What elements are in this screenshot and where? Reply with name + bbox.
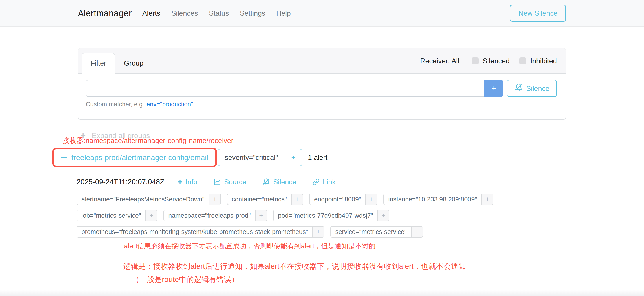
add-matcher-button[interactable]: +	[484, 80, 503, 97]
bell-slash-icon	[514, 83, 523, 94]
label-add-button[interactable]: +	[312, 226, 324, 237]
info-plus-icon: +	[178, 178, 182, 186]
annotation-red-box: freeleaps-prod/alertmanager-config/email	[52, 148, 217, 167]
link-icon	[312, 178, 320, 186]
label-tag[interactable]: prometheus="freeleaps-monitoring-system/…	[76, 226, 324, 238]
silenced-label: Silenced	[482, 57, 510, 65]
label-tag[interactable]: instance="10.233.98.209:8009"+	[383, 194, 493, 205]
group-matcher-add-button[interactable]: +	[284, 149, 302, 166]
label-add-button[interactable]: +	[146, 210, 157, 221]
filter-options: Receiver: All Silenced Inhibited	[420, 57, 557, 65]
collapse-minus-icon	[61, 157, 67, 158]
silence-filter-button[interactable]: Silence	[507, 80, 557, 97]
source-label: Source	[224, 178, 246, 186]
label-add-button[interactable]: +	[482, 194, 493, 204]
app-brand[interactable]: Alertmanager	[78, 8, 132, 18]
label-text: alertname="FreeleapsMetricsServiceDown"	[77, 194, 209, 204]
receiver-group-button[interactable]: freeleaps-prod/alertmanager-config/email	[56, 151, 214, 164]
receiver-group-name: freeleaps-prod/alertmanager-config/email	[72, 153, 208, 162]
matcher-input-group: +	[86, 80, 503, 97]
label-add-button[interactable]: +	[291, 194, 303, 204]
group-alert-count: 1 alert	[308, 154, 328, 162]
label-text: namespace="freeleaps-prod"	[164, 210, 255, 221]
nav-item-silences[interactable]: Silences	[171, 9, 198, 17]
filter-card: Filter Group Receiver: All Silenced Inhi…	[78, 48, 566, 120]
chart-line-icon	[214, 178, 221, 186]
alert-link-link[interactable]: Link	[312, 178, 336, 186]
silenced-checkbox[interactable]	[472, 58, 478, 64]
label-text: job="metrics-service"	[77, 210, 146, 221]
silence-label: Silence	[273, 178, 296, 186]
alert-silence-link[interactable]: Silence	[262, 178, 296, 186]
logic-note-line2: （一般是route中的逻辑有错误）	[132, 274, 466, 284]
matcher-hint: Custom matcher, e.g.env="production"	[86, 101, 557, 108]
label-text: service="metrics-service"	[331, 226, 411, 237]
tab-filter[interactable]: Filter	[82, 53, 115, 74]
label-tag[interactable]: job="metrics-service"+	[76, 210, 157, 221]
filter-card-header: Filter Group Receiver: All Silenced Inhi…	[78, 48, 566, 74]
annotation-alert-note: alert信息必须在接收器下才表示配置成功，否则即使能看到alert，但是通知是…	[124, 242, 376, 251]
label-tag[interactable]: container="metrics"+	[227, 194, 303, 205]
label-text: instance="10.233.98.209:8009"	[384, 194, 482, 204]
nav-item-help[interactable]: Help	[276, 9, 291, 17]
alert-group-row: freeleaps-prod/alertmanager-config/email…	[52, 148, 328, 167]
annotation-logic-note: 逻辑是：接收器收到alert后进行通知，如果alert不在接收器下，说明接收器没…	[123, 261, 466, 284]
filter-card-body: + Silence Custom matcher, e.g.env="produ…	[78, 74, 566, 108]
label-tag[interactable]: namespace="freeleaps-prod"+	[164, 210, 267, 221]
label-add-button[interactable]: +	[378, 210, 389, 221]
label-tag[interactable]: endpoint="8009"+	[309, 194, 377, 205]
new-silence-button[interactable]: New Silence	[510, 5, 566, 22]
bell-slash-icon	[262, 178, 270, 186]
annotation-receiver-note: 接收器:namespace/altermanager-config-name/r…	[62, 136, 233, 146]
inhibited-checkbox[interactable]	[519, 58, 526, 64]
top-navbar: Alertmanager Alerts Silences Status Sett…	[0, 0, 644, 27]
alertmanager-page: Alertmanager Alerts Silences Status Sett…	[0, 0, 644, 296]
label-add-button[interactable]: +	[255, 210, 266, 221]
nav-links: Alerts Silences Status Settings Help	[142, 9, 302, 17]
group-matcher-label[interactable]: severity="critical"	[218, 154, 284, 162]
group-matcher-chip: severity="critical" +	[218, 149, 302, 166]
receiver-filter[interactable]: Receiver: All	[420, 57, 459, 65]
alert-labels: alertname="FreeleapsMetricsServiceDown"+…	[76, 194, 569, 238]
hint-prefix: Custom matcher, e.g.	[86, 101, 144, 108]
label-text: endpoint="8009"	[310, 194, 365, 204]
label-text: pod="metrics-77d9cdb497-wdsj7"	[274, 210, 378, 221]
logic-note-line1: 逻辑是：接收器收到alert后进行通知，如果alert不在接收器下，说明接收器没…	[123, 261, 466, 271]
nav-item-alerts[interactable]: Alerts	[142, 9, 160, 17]
alert-source-link[interactable]: Source	[214, 178, 246, 186]
alert-timestamp: 2025-09-24T11:20:07.048Z	[76, 178, 164, 186]
nav-item-settings[interactable]: Settings	[240, 9, 265, 17]
nav-item-status[interactable]: Status	[209, 9, 229, 17]
label-text: container="metrics"	[228, 194, 291, 204]
info-label: Info	[186, 178, 197, 186]
silence-button-label: Silence	[526, 84, 550, 92]
matcher-input[interactable]	[86, 80, 484, 97]
hint-example-link[interactable]: env="production"	[146, 101, 193, 108]
bottom-strip	[0, 290, 644, 296]
inhibited-toggle[interactable]: Inhibited	[519, 57, 557, 65]
label-text: prometheus="freeleaps-monitoring-system/…	[77, 226, 312, 237]
alert-header-row: 2025-09-24T11:20:07.048Z + Info Source	[76, 178, 352, 186]
alert-info-link[interactable]: + Info	[178, 178, 197, 186]
label-tag[interactable]: service="metrics-service"+	[330, 226, 423, 238]
tab-group[interactable]: Group	[115, 53, 152, 74]
silenced-toggle[interactable]: Silenced	[472, 57, 510, 65]
label-tag[interactable]: alertname="FreeleapsMetricsServiceDown"+	[76, 194, 221, 205]
inhibited-label: Inhibited	[530, 57, 557, 65]
label-add-button[interactable]: +	[411, 226, 422, 237]
filter-tabs: Filter Group	[82, 53, 152, 74]
link-label: Link	[323, 178, 336, 186]
label-add-button[interactable]: +	[209, 194, 220, 204]
label-add-button[interactable]: +	[365, 194, 377, 204]
label-tag[interactable]: pod="metrics-77d9cdb497-wdsj7"+	[273, 210, 389, 221]
